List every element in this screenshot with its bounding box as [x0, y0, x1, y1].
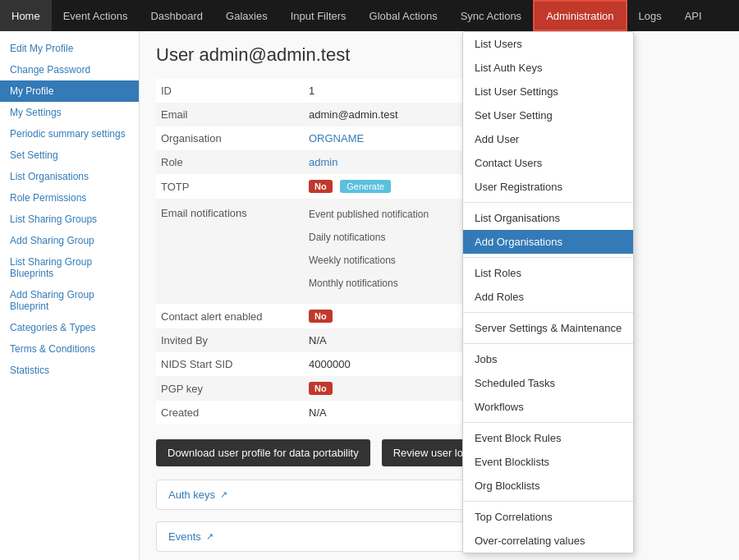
nav-event-actions[interactable]: Event Actions [52, 0, 140, 31]
dropdown-top-correlations[interactable]: Top Correlations [463, 505, 633, 529]
download-profile-button[interactable]: Download user profile for data portabili… [156, 439, 370, 466]
field-pgp-label: PGP key [156, 376, 304, 401]
main-content: User admin@admin.test ID 1 Email admin@a… [140, 31, 739, 560]
sidebar-list-blueprints[interactable]: List Sharing Group Blueprints [0, 251, 139, 284]
field-contact-label: Contact alert enabled [156, 304, 304, 328]
nav-input-filters[interactable]: Input Filters [279, 0, 358, 31]
dropdown-server-settings[interactable]: Server Settings & Maintenance [463, 316, 633, 340]
dropdown-list-user-settings[interactable]: List User Settings [463, 80, 633, 103]
sidebar-add-blueprint[interactable]: Add Sharing Group Blueprint [0, 284, 139, 317]
notif-label-2: Weekly notifications [309, 255, 396, 266]
nav-dashboard[interactable]: Dashboard [139, 0, 214, 31]
notif-label-0: Event published notification [309, 209, 429, 220]
dropdown-event-blocklists[interactable]: Event Blocklists [463, 450, 633, 474]
field-id-label: ID [156, 79, 304, 103]
dropdown-org-blocklists[interactable]: Org Blocklists [463, 474, 633, 498]
nav-sync-actions[interactable]: Sync Actions [449, 0, 533, 31]
nav-logs[interactable]: Logs [627, 0, 673, 31]
sidebar-change-password[interactable]: Change Password [0, 59, 139, 80]
dropdown-add-roles[interactable]: Add Roles [463, 285, 633, 309]
sidebar-add-sharing-group[interactable]: Add Sharing Group [0, 230, 139, 251]
auth-keys-label: Auth keys [168, 489, 215, 501]
field-email-label: Email [156, 103, 304, 126]
dropdown-add-user[interactable]: Add User [463, 127, 633, 151]
pgp-badge: No [309, 382, 333, 395]
dropdown-scheduled-tasks[interactable]: Scheduled Tasks [463, 371, 633, 395]
sidebar-categories-types[interactable]: Categories & Types [0, 317, 139, 338]
sidebar-my-settings[interactable]: My Settings [0, 102, 139, 123]
nav-administration[interactable]: Administration [533, 0, 627, 31]
divider-6 [463, 501, 633, 502]
sidebar-list-organisations[interactable]: List Organisations [0, 166, 139, 187]
dropdown-workflows[interactable]: Workflows [463, 395, 633, 419]
divider-1 [463, 202, 633, 203]
sidebar-role-permissions[interactable]: Role Permissions [0, 187, 139, 209]
events-label: Events [168, 530, 201, 543]
dropdown-list-users[interactable]: List Users [463, 32, 633, 56]
sidebar-set-setting[interactable]: Set Setting [0, 145, 139, 166]
field-role-label: Role [156, 150, 304, 174]
external-link-icon-0: ↗ [220, 489, 227, 500]
nav-api[interactable]: API [673, 0, 714, 31]
notif-label-1: Daily notifications [309, 232, 385, 243]
field-invited-label: Invited By [156, 328, 304, 352]
sidebar-statistics[interactable]: Statistics [0, 360, 139, 381]
field-totp-label: TOTP [156, 174, 304, 199]
dropdown-add-organisations[interactable]: Add Organisations [463, 230, 633, 254]
divider-4 [463, 343, 633, 344]
dropdown-set-user-setting[interactable]: Set User Setting [463, 103, 633, 127]
dropdown-jobs[interactable]: Jobs [463, 347, 633, 371]
totp-generate-button[interactable]: Generate [340, 180, 391, 193]
dropdown-over-correlating[interactable]: Over-correlating values [463, 529, 633, 553]
notif-label-3: Monthly notifications [309, 278, 398, 289]
sidebar: Edit My Profile Change Password My Profi… [0, 31, 140, 560]
contact-badge: No [309, 310, 333, 323]
page-title: User admin@admin.test [156, 44, 723, 66]
sidebar-edit-profile[interactable]: Edit My Profile [0, 38, 139, 59]
nav-global-actions[interactable]: Global Actions [358, 0, 449, 31]
field-email-notif-label: Email notifications [156, 199, 304, 304]
divider-3 [463, 312, 633, 313]
dropdown-event-block-rules[interactable]: Event Block Rules [463, 426, 633, 450]
action-buttons: Download user profile for data portabili… [156, 439, 723, 466]
field-created-label: Created [156, 401, 304, 425]
administration-dropdown: List Users List Auth Keys List User Sett… [462, 31, 634, 553]
field-nids-label: NIDS Start SID [156, 352, 304, 376]
nav-galaxies[interactable]: Galaxies [214, 0, 279, 31]
field-org-label: Organisation [156, 126, 304, 150]
dropdown-list-organisations[interactable]: List Organisations [463, 206, 633, 230]
nav-home[interactable]: Home [0, 0, 52, 31]
divider-5 [463, 422, 633, 423]
dropdown-user-registrations[interactable]: User Registrations [463, 175, 633, 199]
divider-2 [463, 257, 633, 258]
sidebar-terms-conditions[interactable]: Terms & Conditions [0, 338, 139, 360]
top-navigation: Home Event Actions Dashboard Galaxies In… [0, 0, 739, 31]
dropdown-contact-users[interactable]: Contact Users [463, 151, 633, 175]
dropdown-list-auth-keys[interactable]: List Auth Keys [463, 56, 633, 80]
external-link-icon-1: ↗ [206, 531, 213, 542]
sidebar-list-sharing-groups[interactable]: List Sharing Groups [0, 209, 139, 230]
totp-badge: No [309, 180, 333, 193]
sidebar-periodic-summary[interactable]: Periodic summary settings [0, 123, 139, 145]
dropdown-list-roles[interactable]: List Roles [463, 261, 633, 285]
sidebar-my-profile[interactable]: My Profile [0, 80, 139, 102]
